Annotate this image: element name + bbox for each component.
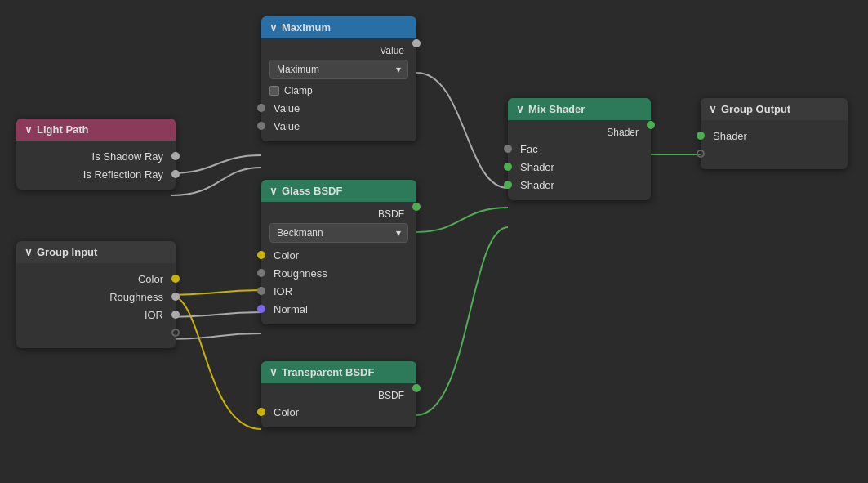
- glass-bsdf-output-socket: [412, 203, 421, 211]
- group-input-collapse[interactable]: ∨: [24, 246, 33, 258]
- is-shadow-ray-label: Is Shadow Ray: [92, 150, 163, 163]
- maximum-title: Maximum: [282, 21, 331, 34]
- color-output-socket: [171, 275, 180, 283]
- ior-output-row: IOR: [16, 306, 176, 324]
- transparent-bsdf-collapse[interactable]: ∨: [269, 366, 278, 378]
- glass-normal-socket: [257, 305, 265, 313]
- glass-bsdf-header: ∨ Glass BSDF: [261, 180, 416, 202]
- transparent-color-row: Color: [261, 403, 416, 421]
- glass-bsdf-body: BSDF Beckmann ▾ Color Roughness IOR Norm…: [261, 202, 416, 324]
- transparent-bsdf-title: Transparent BSDF: [282, 366, 374, 378]
- group-input-empty-row: [16, 324, 176, 342]
- glass-roughness-socket: [257, 269, 265, 277]
- group-input-header: ∨ Group Input: [16, 241, 176, 263]
- glass-bsdf-output-label: BSDF: [261, 208, 416, 220]
- color-output-label: Color: [138, 273, 163, 285]
- light-path-header: ∨ Light Path: [16, 119, 176, 141]
- ior-output-socket: [171, 311, 180, 319]
- maximum-input-value2-socket: [257, 122, 265, 130]
- ior-output-label: IOR: [145, 309, 163, 321]
- mix-shader-collapse[interactable]: ∨: [516, 103, 524, 115]
- transparent-bsdf-node: ∨ Transparent BSDF BSDF Color: [261, 361, 416, 427]
- group-output-title: Group Output: [721, 103, 790, 115]
- glass-bsdf-title: Glass BSDF: [282, 185, 342, 197]
- glass-roughness-row: Roughness: [261, 264, 416, 282]
- clamp-checkbox[interactable]: [269, 86, 279, 96]
- light-path-title: Light Path: [37, 123, 89, 136]
- group-output-shader-label: Shader: [713, 130, 747, 142]
- group-output-shader-socket: [697, 132, 705, 140]
- is-shadow-ray-row: Is Shadow Ray: [16, 147, 176, 165]
- glass-bsdf-dropdown[interactable]: Beckmann ▾: [269, 223, 408, 243]
- group-input-title: Group Input: [37, 246, 97, 258]
- mix-shader1-label: Shader: [520, 161, 554, 173]
- mix-shader-node: ∨ Mix Shader Shader Fac Shader Shader: [508, 98, 651, 200]
- group-output-header: ∨ Group Output: [701, 98, 848, 120]
- transparent-bsdf-output-socket: [412, 384, 421, 392]
- mix-shader-output-label: Shader: [508, 127, 651, 138]
- mix-shader-output-socket: [647, 121, 655, 129]
- transparent-color-socket: [257, 408, 265, 416]
- maximum-input-value2-row: Value: [261, 117, 416, 135]
- group-input-node: ∨ Group Input Color Roughness IOR: [16, 241, 176, 348]
- glass-normal-label: Normal: [274, 303, 308, 315]
- maximum-node: ∨ Maximum Value Maximum ▾ Clamp Value Va…: [261, 16, 416, 141]
- group-output-node: ∨ Group Output Shader: [701, 98, 848, 169]
- maximum-input-value1-socket: [257, 104, 265, 112]
- maximum-input-value1-label: Value: [274, 102, 300, 114]
- maximum-input-value1-row: Value: [261, 99, 416, 117]
- glass-ior-label: IOR: [274, 285, 292, 297]
- group-output-body: Shader: [701, 120, 848, 169]
- maximum-value-output-socket: [412, 39, 421, 47]
- roughness-output-socket: [171, 293, 180, 301]
- maximum-body: Value Maximum ▾ Clamp Value Value: [261, 38, 416, 141]
- mix-fac-socket: [504, 145, 512, 153]
- mix-shader2-socket: [504, 181, 512, 189]
- group-output-collapse[interactable]: ∨: [709, 103, 717, 115]
- mix-fac-row: Fac: [508, 140, 651, 158]
- glass-bsdf-node: ∨ Glass BSDF BSDF Beckmann ▾ Color Rough…: [261, 180, 416, 324]
- transparent-bsdf-output-label: BSDF: [261, 390, 416, 401]
- transparent-bsdf-body: BSDF Color: [261, 383, 416, 427]
- mix-shader-body: Shader Fac Shader Shader: [508, 120, 651, 200]
- glass-color-label: Color: [274, 249, 299, 262]
- mix-shader1-row: Shader: [508, 158, 651, 176]
- light-path-body: Is Shadow Ray Is Reflection Ray: [16, 141, 176, 190]
- maximum-header: ∨ Maximum: [261, 16, 416, 38]
- is-reflection-ray-label: Is Reflection Ray: [83, 168, 163, 181]
- transparent-color-label: Color: [274, 406, 299, 418]
- maximum-dropdown[interactable]: Maximum ▾: [269, 60, 408, 79]
- transparent-bsdf-header: ∨ Transparent BSDF: [261, 361, 416, 383]
- color-output-row: Color: [16, 270, 176, 288]
- light-path-node: ∨ Light Path Is Shadow Ray Is Reflection…: [16, 119, 176, 190]
- glass-color-socket: [257, 251, 265, 259]
- glass-color-row: Color: [261, 246, 416, 264]
- is-reflection-ray-row: Is Reflection Ray: [16, 165, 176, 183]
- is-shadow-ray-socket: [171, 152, 180, 160]
- collapse-arrow[interactable]: ∨: [269, 21, 278, 34]
- glass-roughness-label: Roughness: [274, 267, 327, 280]
- glass-ior-row: IOR: [261, 282, 416, 300]
- mix-shader2-label: Shader: [520, 179, 554, 191]
- mix-fac-label: Fac: [520, 143, 538, 155]
- light-path-collapse[interactable]: ∨: [24, 123, 33, 136]
- glass-ior-socket: [257, 287, 265, 295]
- roughness-output-row: Roughness: [16, 288, 176, 306]
- group-output-shader-row: Shader: [701, 127, 848, 145]
- maximum-value-label: Value: [261, 45, 416, 56]
- mix-shader-title: Mix Shader: [528, 103, 585, 115]
- clamp-row: Clamp: [261, 83, 416, 99]
- mix-shader1-socket: [504, 163, 512, 171]
- glass-normal-row: Normal: [261, 300, 416, 318]
- mix-shader-header: ∨ Mix Shader: [508, 98, 651, 120]
- group-output-empty-socket: [697, 150, 705, 158]
- glass-bsdf-collapse[interactable]: ∨: [269, 185, 278, 197]
- maximum-input-value2-label: Value: [274, 120, 300, 132]
- group-input-body: Color Roughness IOR: [16, 263, 176, 348]
- is-reflection-ray-socket: [171, 170, 180, 178]
- group-output-empty-row: [701, 145, 848, 163]
- mix-shader2-row: Shader: [508, 176, 651, 194]
- clamp-label: Clamp: [284, 85, 313, 96]
- group-input-empty-socket: [171, 329, 180, 337]
- roughness-output-label: Roughness: [109, 291, 163, 303]
